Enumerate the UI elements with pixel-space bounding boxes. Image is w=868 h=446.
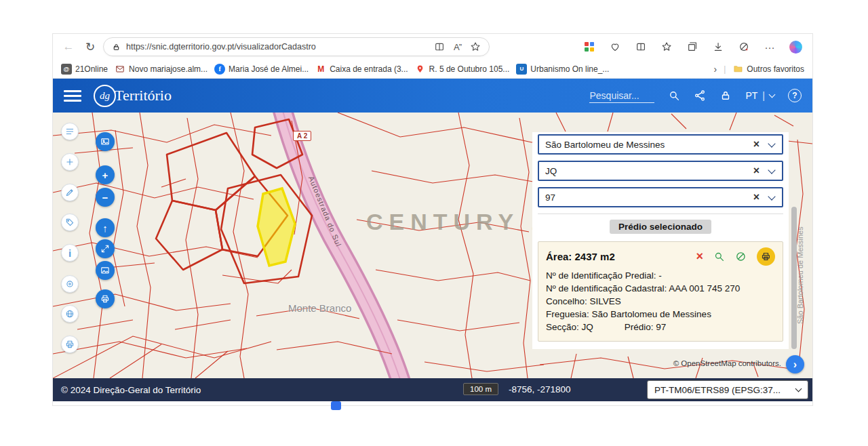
copilot-icon[interactable] xyxy=(788,39,803,54)
gmail-icon: M xyxy=(315,64,326,75)
remove-selection-icon[interactable]: × xyxy=(696,249,703,264)
cursor-coordinates: -8756, -271800 xyxy=(509,384,571,394)
zoom-out-button[interactable]: − xyxy=(96,188,115,207)
other-favorites[interactable]: Outros favoritos xyxy=(732,64,804,75)
info-icon: i xyxy=(68,248,71,258)
swipe-map-button[interactable] xyxy=(96,261,115,280)
favorites-hub-icon[interactable] xyxy=(659,39,674,54)
property-seccao: Secção: JQ xyxy=(546,322,593,332)
favorite-21online[interactable]: @ 21Online xyxy=(61,64,108,75)
chevron-down-icon[interactable] xyxy=(768,140,775,147)
add-point-button[interactable] xyxy=(61,153,79,171)
split-screen-icon[interactable] xyxy=(434,41,445,52)
collections-icon[interactable] xyxy=(685,39,700,54)
chevron-down-icon xyxy=(795,386,802,392)
share-icon[interactable] xyxy=(694,89,706,102)
search-input[interactable] xyxy=(589,89,654,103)
crs-selector[interactable]: PT-TM06/ETRS89 (EPSG:37... xyxy=(647,380,808,399)
seccao-value: JQ xyxy=(545,166,753,176)
panel-expand-button[interactable]: › xyxy=(786,355,804,373)
screenshot-map-button[interactable] xyxy=(96,132,115,151)
clear-icon[interactable]: × xyxy=(753,138,760,150)
image-icon xyxy=(100,266,110,275)
lock-icon[interactable] xyxy=(719,89,732,102)
envelope-icon xyxy=(115,64,125,75)
settings-more-icon[interactable]: ··· xyxy=(762,39,777,54)
favorites-overflow-icon[interactable]: › xyxy=(714,64,717,75)
map-scale: 100 m xyxy=(463,383,498,395)
chevron-down-icon[interactable] xyxy=(768,166,775,174)
map-canvas[interactable]: A 2 CENTURY 21 Monte Branco Autoestrada … xyxy=(53,113,812,378)
predio-value: 97 xyxy=(545,192,753,203)
footer-copyright: © 2024 Direção-Geral do Território xyxy=(61,385,201,395)
favorite-star-icon[interactable] xyxy=(470,41,481,52)
language-selector[interactable]: PT | xyxy=(745,90,774,101)
search-panel: São Bartolomeu de Messines × JQ × 97 × P… xyxy=(532,132,789,349)
app-header: dg Território PT | ? xyxy=(53,79,812,113)
property-details-box: Área: 2437 m2 × Nº de Identificação Pred… xyxy=(538,241,783,342)
info-button[interactable]: i xyxy=(61,244,79,262)
back-icon[interactable]: ← xyxy=(60,38,77,56)
zoom-in-button[interactable]: + xyxy=(96,165,115,184)
clear-icon[interactable]: × xyxy=(753,191,760,203)
split-window-icon[interactable] xyxy=(633,39,648,54)
site-favicon: U xyxy=(516,64,527,75)
logo-dg-circle: dg xyxy=(94,85,116,107)
property-area: Área: 2437 m2 xyxy=(546,251,696,262)
upload-button[interactable]: ↑ xyxy=(96,218,115,237)
help-icon[interactable]: ? xyxy=(788,89,802,102)
other-favorites-label: Outros favoritos xyxy=(747,64,804,74)
favorite-urbanismo[interactable]: U Urbanismo On line_... xyxy=(516,64,609,75)
favorite-maps[interactable]: R. 5 de Outubro 105... xyxy=(415,64,510,75)
read-aloud-icon[interactable]: A” xyxy=(454,42,461,52)
secure-network-icon[interactable] xyxy=(736,39,751,54)
favorite-label: Urbanismo On line_... xyxy=(530,64,609,74)
property-id-cadastral: Nº de Identificação Cadastral: AAA 001 7… xyxy=(546,283,775,293)
selected-parcel[interactable] xyxy=(258,188,295,266)
favorites-bar: @ 21Online Novo mariajose.alm... f Maria… xyxy=(53,60,812,79)
address-bar[interactable]: https://snic.dgterritorio.gov.pt/visuali… xyxy=(103,37,490,56)
basemap-button[interactable] xyxy=(61,305,79,323)
search-icon[interactable] xyxy=(668,89,680,102)
identify-button[interactable] xyxy=(61,214,79,231)
locate-button[interactable] xyxy=(61,275,79,293)
favorite-facebook[interactable]: f Maria José de Almei... xyxy=(214,64,309,75)
place-label: Monte Branco xyxy=(288,302,351,314)
menu-icon[interactable] xyxy=(64,90,81,102)
freguesia-select[interactable]: São Bartolomeu de Messines × xyxy=(538,134,783,155)
extensions-icon[interactable] xyxy=(582,39,597,54)
clear-selection-icon[interactable] xyxy=(735,251,747,262)
favorites-divider: | xyxy=(724,64,726,74)
print-map-button[interactable] xyxy=(96,289,115,308)
panel-scrollbar[interactable] xyxy=(791,207,797,349)
crs-value: PT-TM06/ETRS89 (EPSG:37... xyxy=(654,385,791,395)
favorite-label: 21Online xyxy=(75,64,108,74)
zoom-to-property-icon[interactable] xyxy=(713,251,725,262)
favorite-gmail[interactable]: M Caixa de entrada (3... xyxy=(315,64,408,75)
site-favicon: @ xyxy=(61,64,72,75)
facebook-icon: f xyxy=(214,64,225,75)
predio-select[interactable]: 97 × xyxy=(538,187,783,207)
draw-button[interactable] xyxy=(61,184,79,201)
property-id-predial: Nº de Identificação Predial: - xyxy=(546,270,775,281)
selected-property-header: Prédio selecionado xyxy=(610,220,711,234)
refresh-icon[interactable]: ↻ xyxy=(81,38,99,56)
browser-essentials-icon[interactable] xyxy=(608,39,623,54)
favorite-mail[interactable]: Novo mariajose.alm... xyxy=(115,64,208,75)
url-text: https://snic.dgterritorio.gov.pt/visuali… xyxy=(126,42,429,52)
seccao-select[interactable]: JQ × xyxy=(538,161,783,181)
legend-button[interactable] xyxy=(61,123,79,140)
favorite-label: R. 5 de Outubro 105... xyxy=(429,64,510,74)
chevron-down-icon[interactable] xyxy=(768,192,775,200)
motorway-badge: A 2 xyxy=(293,131,311,141)
fullscreen-button[interactable] xyxy=(96,239,115,258)
print-button[interactable] xyxy=(61,336,79,353)
map-attribution: © OpenStreetMap contributors. xyxy=(673,359,781,367)
language-divider: | xyxy=(762,90,765,101)
pencil-icon xyxy=(65,188,75,197)
print-property-icon[interactable] xyxy=(757,247,775,266)
downloads-icon[interactable] xyxy=(711,39,726,54)
clear-icon[interactable]: × xyxy=(753,165,760,177)
legend-icon xyxy=(65,127,75,136)
app-logo[interactable]: dg Território xyxy=(94,85,172,107)
